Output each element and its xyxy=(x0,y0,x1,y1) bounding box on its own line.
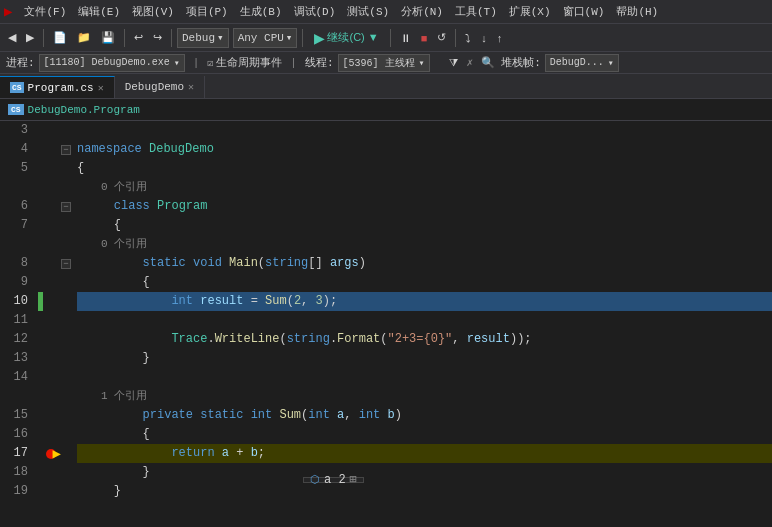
breadcrumb-bar: CS DebugDemo.Program xyxy=(0,99,772,121)
chevron-down-icon: ▾ xyxy=(608,57,614,69)
pause-button[interactable]: ⏸ xyxy=(396,30,415,46)
ln-9: 9 xyxy=(4,273,34,292)
ln-3: 3 xyxy=(4,121,34,140)
menu-debug[interactable]: 调试(D) xyxy=(288,2,342,21)
step-out-button[interactable]: ↑ xyxy=(493,30,507,46)
code-line-15: private static int Sum(int a, int b) xyxy=(77,406,772,425)
ln-5: 5 xyxy=(4,159,34,178)
code-line-13: } xyxy=(77,349,772,368)
step-into-button[interactable]: ↓ xyxy=(477,30,491,46)
ln-18: 18 xyxy=(4,463,34,482)
code-line-17: return a + b; xyxy=(77,444,772,463)
code-refcount-sum: 1 个引用 xyxy=(77,387,772,406)
menu-view[interactable]: 视图(V) xyxy=(126,2,180,21)
ln-4: 4 xyxy=(4,140,34,159)
ln-16: 16 xyxy=(4,425,34,444)
code-line-7: { xyxy=(77,216,772,235)
stack-dropdown[interactable]: DebugD... ▾ xyxy=(545,54,619,72)
forward-button[interactable]: ▶ xyxy=(22,29,38,46)
breakpoint-17[interactable]: ▶ xyxy=(43,444,59,463)
back-button[interactable]: ◀ xyxy=(4,29,20,46)
code-line-3 xyxy=(77,121,772,140)
process-dropdown[interactable]: [11180] DebugDemo.exe ▾ xyxy=(39,54,185,72)
ln-6b: 6 xyxy=(4,197,34,216)
tooltip-popup[interactable]: ⬡ a 2 ⊞ xyxy=(303,477,364,483)
new-file-button[interactable]: 📄 xyxy=(49,29,71,46)
code-line-11 xyxy=(77,311,772,330)
chevron-down-icon: ▾ xyxy=(174,57,180,69)
ln-8 xyxy=(4,235,34,254)
tooltip-text: a 2 xyxy=(324,471,346,490)
redo-button[interactable]: ↪ xyxy=(149,29,166,46)
arrow-icon: ▶ xyxy=(53,445,61,462)
tab-debugdemo[interactable]: DebugDemo ✕ xyxy=(115,76,205,98)
menu-analyze[interactable]: 分析(N) xyxy=(395,2,449,21)
separator-4 xyxy=(302,29,303,47)
code-line-14 xyxy=(77,368,772,387)
separator-6 xyxy=(455,29,456,47)
ln-15b: 15 xyxy=(4,406,34,425)
ln-14: 14 xyxy=(4,368,34,387)
code-line-9: { xyxy=(77,273,772,292)
indicators-col: ▶ xyxy=(43,121,59,527)
ln-6 xyxy=(4,178,34,197)
toolbar: ◀ ▶ 📄 📁 💾 ↩ ↪ Debug ▾ Any CPU ▾ ▶ 继续(C) … xyxy=(0,24,772,52)
tab-close-button[interactable]: ✕ xyxy=(188,81,194,93)
ln-10: 10 xyxy=(4,292,34,311)
menu-help[interactable]: 帮助(H) xyxy=(610,2,664,21)
cs-icon: CS xyxy=(10,82,24,93)
filter-icon: ⧩ xyxy=(449,57,458,69)
collapse-btn-ns[interactable]: − xyxy=(61,145,71,155)
stop-button[interactable]: ■ xyxy=(417,30,432,46)
undo-button[interactable]: ↩ xyxy=(130,29,147,46)
open-button[interactable]: 📁 xyxy=(73,29,95,46)
separator-3 xyxy=(171,29,172,47)
tooltip-expand-button[interactable]: ⊞ xyxy=(350,471,357,490)
separator-1 xyxy=(43,29,44,47)
code-line-12: Trace.WriteLine(string.Format("2+3={0}",… xyxy=(77,330,772,349)
vs-logo: ▶ xyxy=(4,3,12,20)
code-content: namespace DebugDemo { 0 个引用 class Progra… xyxy=(73,121,772,527)
thread-label: 线程: xyxy=(305,55,334,70)
debug-config-dropdown[interactable]: Debug ▾ xyxy=(177,28,229,48)
step-over-button[interactable]: ⤵ xyxy=(461,30,475,46)
tab-program-cs[interactable]: CS Program.cs ✕ xyxy=(0,76,115,98)
stack-label: 堆栈帧: xyxy=(501,55,541,70)
collapse-btn-main[interactable]: − xyxy=(61,259,71,269)
cs-breadcrumb-icon: CS xyxy=(8,104,24,115)
code-line-5: { xyxy=(77,159,772,178)
menu-test[interactable]: 测试(S) xyxy=(341,2,395,21)
process-label: 进程: xyxy=(6,55,35,70)
restart-button[interactable]: ↺ xyxy=(433,29,450,46)
tab-label: Program.cs xyxy=(28,82,94,94)
ln-17: 17 xyxy=(4,444,34,463)
chevron-down-icon: ▾ xyxy=(419,57,425,69)
tab-bar: CS Program.cs ✕ DebugDemo ✕ xyxy=(0,74,772,99)
menu-file[interactable]: 文件(F) xyxy=(18,2,72,21)
code-line-8: static void Main(string[] args) xyxy=(77,254,772,273)
menu-project[interactable]: 项目(P) xyxy=(180,2,234,21)
code-refcount-class: 0 个引用 xyxy=(77,178,772,197)
code-area: 3 4 5 6 7 8 9 10 11 12 13 14 15 16 17 18… xyxy=(0,121,772,527)
menu-build[interactable]: 生成(B) xyxy=(234,2,288,21)
continue-button[interactable]: ▶ 继续(C) ▼ xyxy=(308,28,384,48)
save-button[interactable]: 💾 xyxy=(97,29,119,46)
menu-edit[interactable]: 编辑(E) xyxy=(72,2,126,21)
ln-11: 11 xyxy=(4,311,34,330)
tab-close-button[interactable]: ✕ xyxy=(98,82,104,94)
play-icon: ▶ xyxy=(314,30,325,46)
code-line-18: } xyxy=(77,463,772,482)
menu-tools[interactable]: 工具(T) xyxy=(449,2,503,21)
chevron-down-icon: ▾ xyxy=(217,31,224,44)
platform-dropdown[interactable]: Any CPU ▾ xyxy=(233,28,298,48)
tab-label: DebugDemo xyxy=(125,81,184,93)
menu-extensions[interactable]: 扩展(X) xyxy=(503,2,557,21)
menu-window[interactable]: 窗口(W) xyxy=(557,2,611,21)
debug-bar: 进程: [11180] DebugDemo.exe ▾ | ☑ 生命周期事件 |… xyxy=(0,52,772,74)
thread-dropdown[interactable]: [5396] 主线程 ▾ xyxy=(338,54,430,72)
collapse-btn-class[interactable]: − xyxy=(61,202,71,212)
lifecycle-checkbox[interactable]: ☑ 生命周期事件 xyxy=(207,55,282,70)
code-line-19: } xyxy=(77,482,772,501)
code-line-10: int result = Sum(2, 3); xyxy=(77,292,772,311)
line-numbers: 3 4 5 6 7 8 9 10 11 12 13 14 15 16 17 18… xyxy=(0,121,38,527)
